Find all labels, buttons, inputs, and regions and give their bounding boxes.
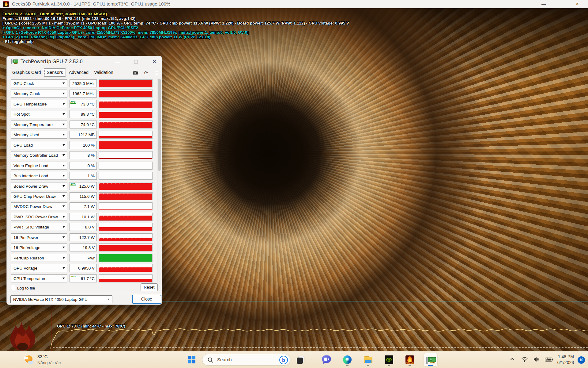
gpuz-tab-bar: Graphics CardSensorsAdvancedValidation ⟳… — [7, 68, 162, 78]
sensor-select-memory-used[interactable]: Memory Used — [11, 131, 67, 139]
dropdown-arrow-icon — [62, 278, 65, 279]
sensor-label: GPU Clock — [13, 81, 34, 86]
dropdown-arrow-icon — [62, 113, 65, 115]
gpuz-bottom-bar: NVIDIA GeForce RTX 4050 Laptop GPU ˅ Clo… — [7, 293, 162, 305]
sensor-select-video-engine-load[interactable]: Video Engine Load — [11, 162, 67, 170]
taskbar: 33°C Nắng rải rác Search b — [0, 351, 588, 368]
sensor-scrollbar[interactable] — [157, 78, 161, 284]
tab-validation[interactable]: Validation — [92, 69, 116, 76]
edge-browser-button[interactable] — [341, 353, 354, 366]
chat-button[interactable] — [320, 353, 333, 366]
sensor-row: GPU Clock2535.0 MHz — [7, 79, 162, 87]
sensor-value: 1212 MB — [78, 132, 95, 137]
sensor-select-16-pin-power[interactable]: 16-Pin Power — [11, 233, 67, 241]
sensor-select-gpu-load[interactable]: GPU Load — [11, 141, 67, 149]
sensor-select-hot-spot[interactable]: Hot Spot — [11, 110, 67, 118]
sensor-select-gpu-chip-power-draw[interactable]: GPU Chip Power Draw — [11, 192, 67, 200]
sensor-history-bar — [99, 141, 153, 149]
search-placeholder: Search — [217, 357, 232, 362]
dropdown-arrow-icon — [62, 175, 65, 177]
gpu-temperature-curve — [51, 329, 588, 349]
search-input[interactable]: Search b — [202, 354, 290, 366]
gpuz-app-icon — [11, 59, 18, 64]
furmark-close-button[interactable]: ✕ — [570, 0, 584, 8]
task-view-button[interactable] — [295, 353, 308, 366]
osd-line: > GPU 2 (AMD Radeon(TM) Graphics) - core… — [2, 35, 349, 39]
sensor-label: Memory Controller Load — [13, 153, 58, 158]
sensor-history-bar — [99, 243, 153, 251]
furmark-minimize-button[interactable]: — — [537, 0, 551, 8]
sensor-select-gpu-temperature[interactable]: GPU Temperature — [11, 100, 67, 108]
nvidia-icon — [385, 355, 393, 364]
gpuz-titlebar[interactable]: TechPowerUp GPU-Z 2.53.0 — ▢ ✕ — [7, 56, 162, 68]
sensor-select-pwr-src-voltage[interactable]: PWR_SRC Voltage — [11, 223, 67, 231]
tab-graphics-card[interactable]: Graphics Card — [10, 69, 43, 76]
clock[interactable]: 1:48 PM 6/1/2023 — [557, 354, 574, 366]
sensor-label: GPU Temperature — [13, 102, 47, 106]
volume-icon[interactable] — [533, 356, 540, 364]
sensor-select-16-pin-voltage[interactable]: 16-Pin Voltage — [11, 243, 67, 251]
dropdown-arrow-icon — [62, 267, 65, 269]
refresh-icon[interactable]: ⟳ — [142, 70, 150, 76]
dropdown-arrow-icon — [62, 257, 65, 259]
dropdown-arrow-icon — [62, 216, 65, 218]
log-to-file-checkbox[interactable] — [11, 286, 15, 290]
start-button[interactable] — [185, 353, 198, 366]
sensor-row: GPU Voltage0.9950 V — [7, 264, 162, 272]
wifi-icon[interactable] — [521, 356, 528, 364]
furmark-app-button[interactable]: FURMARK — [403, 353, 417, 366]
sensor-row: Memory Clock1962.7 MHz — [7, 90, 162, 98]
search-icon — [207, 357, 213, 364]
edge-icon — [343, 355, 352, 364]
sensor-history-bar — [99, 233, 153, 241]
sensor-select-bus-interface-load[interactable]: Bus Interface Load — [11, 172, 67, 180]
sensor-value: 122.7 W — [79, 235, 95, 240]
furmark-app-icon: FurMark — [3, 1, 9, 7]
sensor-value: 74.0 °C — [81, 122, 95, 127]
tab-sensors[interactable]: Sensors — [44, 68, 66, 77]
sensor-select-pwr-src-power-draw[interactable]: PWR_SRC Power Draw — [11, 213, 67, 221]
reset-button[interactable]: Reset — [141, 283, 158, 291]
screenshot-camera-icon[interactable] — [132, 70, 139, 76]
battery-charging-icon[interactable] — [545, 356, 554, 364]
bing-chat-icon[interactable]: b — [279, 356, 288, 364]
sensor-value: 7.1 W — [84, 204, 95, 209]
sensor-select-cpu-temperature[interactable]: CPU Temperature — [11, 274, 67, 282]
nvidia-app-button[interactable] — [382, 353, 396, 366]
dropdown-arrow-icon — [62, 124, 65, 125]
sensor-value: Pwr — [88, 256, 95, 260]
sensor-select-gpu-voltage[interactable]: GPU Voltage — [11, 264, 67, 272]
tab-advanced[interactable]: Advanced — [66, 69, 91, 76]
tray-overflow-chevron-icon[interactable] — [510, 356, 515, 363]
dropdown-arrow-icon — [62, 103, 65, 105]
sensor-select-memory-controller-load[interactable]: Memory Controller Load — [11, 151, 67, 159]
sensor-select-mvddc-power-draw[interactable]: MVDDC Power Draw — [11, 202, 67, 210]
gpuz-icon — [426, 357, 436, 364]
sensor-select-board-power-draw[interactable]: Board Power Draw — [11, 182, 67, 190]
scrollbar-thumb[interactable] — [158, 79, 161, 171]
sensor-value: 73.8 °C — [81, 102, 95, 106]
sensor-select-memory-temperature[interactable]: Memory Temperature — [11, 121, 67, 128]
log-to-file-row[interactable]: Log to file — [11, 285, 35, 291]
gpuz-close-button[interactable]: ✕ — [148, 57, 160, 66]
sensor-label: Memory Clock — [13, 91, 40, 96]
sensor-select-perfcap-reason[interactable]: PerfCap Reason — [11, 254, 67, 262]
notification-badge[interactable]: 10 — [578, 356, 585, 364]
sensor-row: GPU Chip Power Draw115.6 W — [7, 192, 162, 200]
close-button[interactable]: Close — [132, 295, 161, 304]
sensor-row: GPU TemperatureAVG73.8 °C — [7, 100, 162, 108]
device-select[interactable]: NVIDIA GeForce RTX 4050 Laptop GPU ˅ — [10, 295, 112, 303]
sensor-history-bar — [99, 100, 153, 108]
sensor-select-gpu-clock[interactable]: GPU Clock — [11, 79, 67, 87]
weather-widget[interactable]: 33°C Nắng rải rác — [4, 353, 69, 367]
menu-icon[interactable]: ≡ — [153, 70, 160, 76]
sensor-history-bar — [99, 213, 153, 221]
dropdown-arrow-icon — [62, 82, 65, 84]
sensor-select-memory-clock[interactable]: Memory Clock — [11, 90, 67, 98]
file-explorer-button[interactable] — [361, 353, 375, 366]
gpuz-minimize-button[interactable]: — — [111, 57, 124, 66]
dropdown-arrow-icon — [62, 165, 65, 167]
sensor-value-box: AVG125.0 W — [70, 182, 97, 190]
gpuz-app-button[interactable] — [424, 353, 437, 366]
sensor-history-bar — [99, 121, 153, 128]
